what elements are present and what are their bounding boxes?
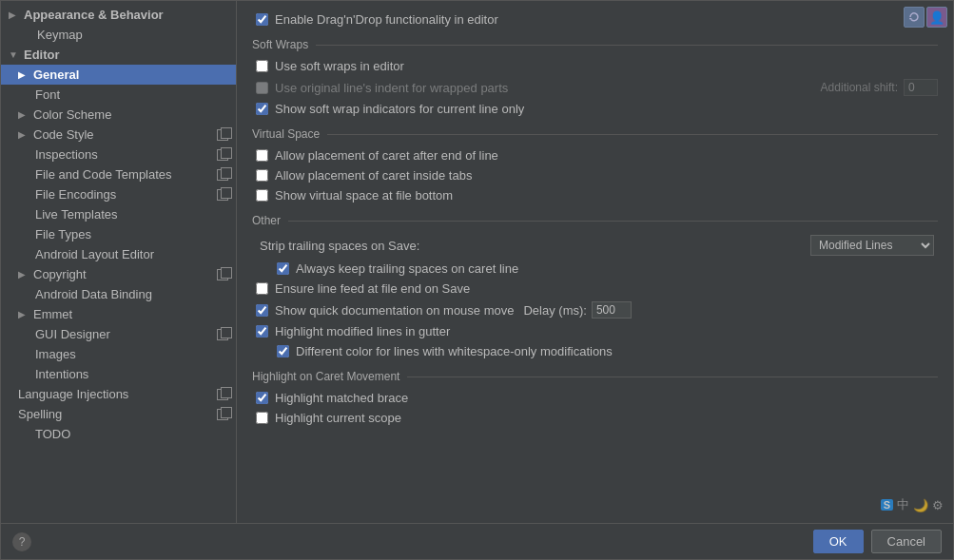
sidebar-item-keymap[interactable]: Keymap [1,25,236,45]
settings-dialog: ▶ Appearance & Behavior Keymap ▼ Editor … [0,0,954,560]
keep-trailing-spaces-row: Always keep trailing spaces on caret lin… [273,260,938,278]
sidebar-item-todo[interactable]: TODO [1,424,236,444]
sidebar-label-file-code-templates: File and Code Templates [35,167,172,182]
sidebar-item-color-scheme[interactable]: ▶ Color Scheme [1,105,236,125]
highlight-current-scope-checkbox[interactable] [256,412,268,424]
copy-icon-lang [217,389,228,400]
strip-trailing-label: Strip trailing spaces on Save: [260,239,419,253]
chevron-right-icon-color: ▶ [18,109,31,120]
sidebar-item-inspections[interactable]: Inspections [1,145,236,164]
sidebar-item-file-types[interactable]: File Types [1,224,236,244]
chinese-label: 中 [897,496,909,513]
top-right-icons: 👤 [904,7,947,28]
sidebar: ▶ Appearance & Behavior Keymap ▼ Editor … [1,1,237,523]
ensure-line-feed-checkbox[interactable] [256,282,268,295]
allow-caret-tabs-row: Allow placement of caret inside tabs [252,166,938,184]
use-soft-wraps-label[interactable]: Use soft wraps in editor [275,59,404,73]
enable-drag-drop-label[interactable]: Enable Drag'n'Drop functionality in edit… [275,12,498,27]
cancel-button[interactable]: Cancel [871,530,942,553]
sidebar-label-appearance: Appearance & Behavior [24,8,164,22]
ok-button[interactable]: OK [813,530,864,553]
highlight-caret-section-title: Highlight on Caret Movement [252,370,938,383]
highlight-modified-row: Highlight modified lines in gutter [252,322,938,340]
allow-caret-end-checkbox[interactable] [256,149,268,162]
sidebar-item-android-layout[interactable]: Android Layout Editor [1,244,236,264]
chevron-right-icon-emmet: ▶ [18,309,31,319]
dialog-content: ▶ Appearance & Behavior Keymap ▼ Editor … [1,1,953,523]
show-quick-doc-row: Show quick documentation on mouse move D… [252,299,938,320]
highlight-matched-brace-checkbox[interactable] [256,392,268,404]
copy-icon-inspections [217,149,228,161]
keep-trailing-label[interactable]: Always keep trailing spaces on caret lin… [296,261,518,276]
use-soft-wraps-row: Use soft wraps in editor [252,57,938,75]
use-original-indent-label: Use original line's indent for wrapped p… [275,81,508,95]
use-soft-wraps-checkbox[interactable] [256,60,268,72]
different-color-label[interactable]: Different color for lines with whitespac… [296,344,613,358]
allow-caret-end-label[interactable]: Allow placement of caret after end of li… [275,148,498,163]
ensure-line-feed-label[interactable]: Ensure line feed at file end on Save [275,281,470,296]
sidebar-item-gui-designer[interactable]: GUI Designer [1,324,236,344]
sidebar-item-file-encodings[interactable]: File Encodings [1,184,236,204]
enable-drag-drop-checkbox[interactable] [256,13,268,26]
sidebar-item-general[interactable]: ▶ General [1,65,236,85]
highlight-modified-label[interactable]: Highlight modified lines in gutter [275,324,450,338]
bottom-right-overlay: S 中 🌙 ⚙ [881,496,944,513]
sidebar-item-intentions[interactable]: Intentions [1,364,236,384]
sidebar-label-color-scheme: Color Scheme [33,107,111,122]
allow-caret-tabs-checkbox[interactable] [256,169,268,182]
show-virtual-space-checkbox[interactable] [256,189,268,202]
sidebar-item-language-injections[interactable]: Language Injections [1,384,236,404]
person-icon[interactable]: 👤 [926,7,947,28]
sidebar-item-copyright[interactable]: ▶ Copyright [1,264,236,284]
delay-input[interactable] [592,301,632,319]
sidebar-item-editor[interactable]: ▼ Editor [1,45,236,65]
different-color-row: Different color for lines with whitespac… [273,342,938,360]
use-original-indent-row: Use original line's indent for wrapped p… [252,77,938,98]
sync-icon[interactable] [904,7,925,28]
moon-icon: 🌙 [913,498,928,512]
sidebar-item-live-templates[interactable]: Live Templates [1,204,236,224]
settings-icon: ⚙ [932,498,944,512]
sidebar-item-emmet[interactable]: ▶ Emmet [1,304,236,324]
additional-shift-input[interactable] [904,79,938,96]
highlight-matched-brace-row: Highlight matched brace [252,389,938,407]
sidebar-label-gui-designer: GUI Designer [35,327,110,341]
show-virtual-space-row: Show virtual space at file bottom [252,186,938,204]
show-quick-doc-checkbox[interactable] [256,304,268,317]
show-soft-wrap-checkbox[interactable] [256,103,268,115]
additional-shift-label: Additional shift: [821,81,898,94]
sidebar-item-spelling[interactable]: Spelling [1,404,236,424]
bottom-bar: ? OK Cancel [1,523,953,559]
sidebar-item-font[interactable]: Font [1,85,236,105]
chevron-down-icon: ▼ [9,49,22,60]
copy-icon-gui [217,329,228,340]
sidebar-label-spelling: Spelling [18,407,62,421]
different-color-checkbox[interactable] [277,345,289,357]
chevron-right-icon-general: ▶ [18,69,31,80]
sidebar-label-code-style: Code Style [33,127,94,142]
sidebar-item-appearance[interactable]: ▶ Appearance & Behavior [1,5,236,25]
enable-drag-drop-row: Enable Drag'n'Drop functionality in edit… [252,10,938,29]
sidebar-label-editor: Editor [24,48,60,62]
copy-icon-file-encodings [217,189,228,201]
sidebar-label-language-injections: Language Injections [18,387,128,401]
strip-trailing-dropdown[interactable]: None Modified Lines All [810,235,934,256]
delay-label: Delay (ms): [523,303,586,318]
highlight-modified-checkbox[interactable] [256,325,268,338]
keep-trailing-checkbox[interactable] [277,262,289,275]
highlight-matched-brace-label[interactable]: Highlight matched brace [275,391,408,405]
show-soft-wrap-label[interactable]: Show soft wrap indicators for current li… [275,102,524,116]
sidebar-item-code-style[interactable]: ▶ Code Style [1,125,236,145]
strip-trailing-row: Strip trailing spaces on Save: None Modi… [252,233,938,258]
virtual-space-section-title: Virtual Space [252,127,938,141]
allow-caret-tabs-label[interactable]: Allow placement of caret inside tabs [275,168,472,183]
sidebar-item-images[interactable]: Images [1,344,236,364]
highlight-current-scope-label[interactable]: Highlight current scope [275,411,401,425]
sidebar-item-file-code-templates[interactable]: File and Code Templates [1,164,236,184]
soft-wraps-section-title: Soft Wraps [252,38,938,51]
show-virtual-space-label[interactable]: Show virtual space at file bottom [275,188,453,203]
sidebar-item-android-data-binding[interactable]: Android Data Binding [1,284,236,304]
sidebar-label-file-encodings: File Encodings [35,187,116,202]
help-button[interactable]: ? [12,532,31,551]
show-quick-doc-label[interactable]: Show quick documentation on mouse move [275,303,514,318]
